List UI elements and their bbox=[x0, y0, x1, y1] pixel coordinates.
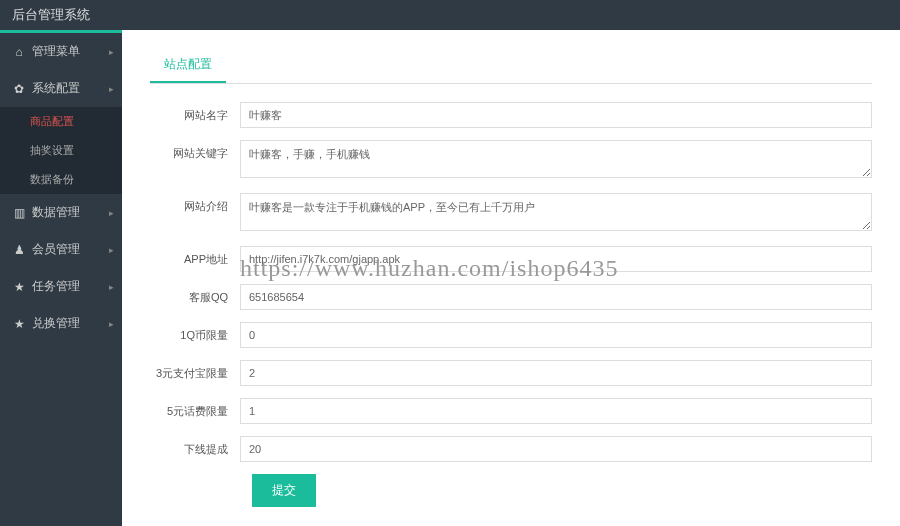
label-site-name: 网站名字 bbox=[150, 102, 240, 123]
label-downline: 下线提成 bbox=[150, 436, 240, 457]
submenu-item-site-config[interactable]: 商品配置 bbox=[0, 107, 122, 136]
user-icon: ♟ bbox=[12, 243, 26, 257]
keywords-textarea[interactable]: 叶赚客，手赚，手机赚钱 bbox=[240, 140, 872, 178]
sidebar-item-label: 兑换管理 bbox=[32, 315, 80, 332]
sidebar-item-data[interactable]: ▥ 数据管理 ▸ bbox=[0, 194, 122, 231]
label-intro: 网站介绍 bbox=[150, 193, 240, 214]
label-qq: 客服QQ bbox=[150, 284, 240, 305]
tab-site-config[interactable]: 站点配置 bbox=[150, 48, 226, 83]
label-app-url: APP地址 bbox=[150, 246, 240, 267]
sidebar-item-member[interactable]: ♟ 会员管理 ▸ bbox=[0, 231, 122, 268]
label-phone-limit: 5元话费限量 bbox=[150, 398, 240, 419]
sidebar-item-label: 管理菜单 bbox=[32, 43, 80, 60]
sidebar-item-config[interactable]: ✿ 系统配置 ▸ bbox=[0, 70, 122, 107]
qq-input[interactable] bbox=[240, 284, 872, 310]
main-content: 站点配置 网站名字 网站关键字 叶赚客，手赚，手机赚钱 网站介绍 叶赚客是一款专… bbox=[122, 30, 900, 526]
label-alipay-limit: 3元支付宝限量 bbox=[150, 360, 240, 381]
chevron-right-icon: ▸ bbox=[109, 245, 114, 255]
q-limit-input[interactable] bbox=[240, 322, 872, 348]
chevron-right-icon: ▸ bbox=[109, 208, 114, 218]
submenu: 商品配置 抽奖设置 数据备份 bbox=[0, 107, 122, 194]
chevron-right-icon: ▸ bbox=[109, 282, 114, 292]
submit-button[interactable]: 提交 bbox=[252, 474, 316, 507]
sidebar-item-exchange[interactable]: ★ 兑换管理 ▸ bbox=[0, 305, 122, 342]
cogs-icon: ✿ bbox=[12, 82, 26, 96]
topbar: 后台管理系统 bbox=[0, 0, 900, 30]
chevron-right-icon: ▸ bbox=[109, 84, 114, 94]
phone-limit-input[interactable] bbox=[240, 398, 872, 424]
label-q-limit: 1Q币限量 bbox=[150, 322, 240, 343]
chevron-right-icon: ▸ bbox=[109, 319, 114, 329]
site-name-input[interactable] bbox=[240, 102, 872, 128]
tabs: 站点配置 bbox=[150, 48, 872, 84]
sidebar-item-label: 数据管理 bbox=[32, 204, 80, 221]
sidebar-item-label: 系统配置 bbox=[32, 80, 80, 97]
submenu-item-lottery[interactable]: 抽奖设置 bbox=[0, 136, 122, 165]
app-title: 后台管理系统 bbox=[12, 6, 90, 24]
sidebar-item-label: 任务管理 bbox=[32, 278, 80, 295]
chevron-right-icon: ▸ bbox=[109, 47, 114, 57]
alipay-limit-input[interactable] bbox=[240, 360, 872, 386]
submenu-item-backup[interactable]: 数据备份 bbox=[0, 165, 122, 194]
star-icon: ★ bbox=[12, 317, 26, 331]
sidebar: ⌂ 管理菜单 ▸ ✿ 系统配置 ▸ 商品配置 抽奖设置 数据备份 ▥ 数据管理 … bbox=[0, 30, 122, 526]
intro-textarea[interactable]: 叶赚客是一款专注于手机赚钱的APP，至今已有上千万用户 bbox=[240, 193, 872, 231]
label-keywords: 网站关键字 bbox=[150, 140, 240, 161]
sidebar-item-label: 会员管理 bbox=[32, 241, 80, 258]
sidebar-item-menu[interactable]: ⌂ 管理菜单 ▸ bbox=[0, 33, 122, 70]
home-icon: ⌂ bbox=[12, 45, 26, 59]
star-icon: ★ bbox=[12, 280, 26, 294]
bar-chart-icon: ▥ bbox=[12, 206, 26, 220]
sidebar-item-task[interactable]: ★ 任务管理 ▸ bbox=[0, 268, 122, 305]
downline-input[interactable] bbox=[240, 436, 872, 462]
app-url-input[interactable] bbox=[240, 246, 872, 272]
